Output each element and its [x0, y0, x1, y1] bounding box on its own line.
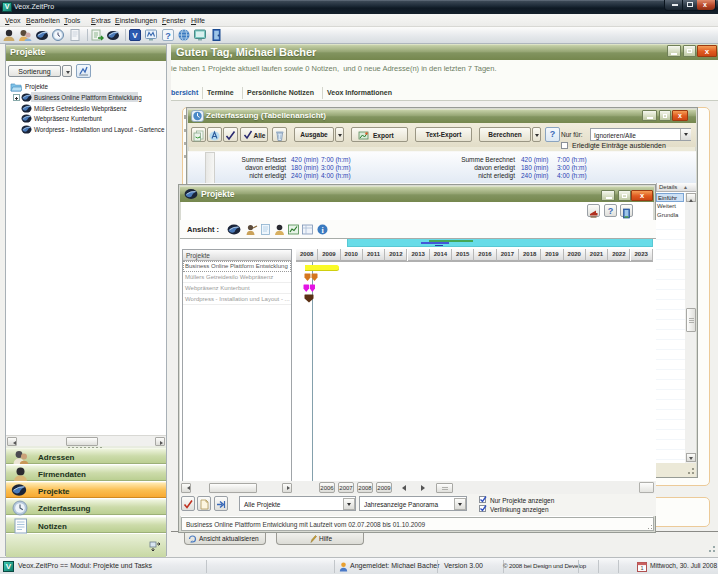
svg-text:V: V [132, 31, 138, 40]
svg-text:?: ? [165, 31, 171, 41]
svg-text:1: 1 [640, 565, 643, 571]
